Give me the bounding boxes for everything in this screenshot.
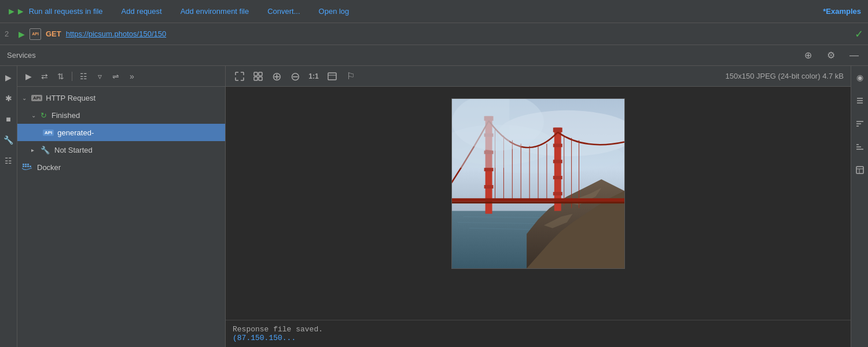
zoom-out-button[interactable]: ⊖ [288,69,302,83]
tree-item-not-started[interactable]: ▸ 🔧 Not Started [17,141,225,158]
list-icon[interactable] [853,94,867,108]
svg-rect-48 [452,202,624,204]
group-button[interactable]: ☷ [77,70,90,83]
refresh-icon: ↻ [41,111,47,120]
double-arrow-icon: ►► [7,6,25,17]
svg-rect-5 [27,166,29,168]
sort-desc-icon[interactable] [853,117,867,131]
play-tree-button[interactable]: ▶ [22,70,35,83]
saved-status: Response file saved. [233,325,323,334]
add-request-label: Add request [122,7,162,16]
svg-rect-32 [553,128,562,132]
tree-item-docker[interactable]: Docker [17,158,225,176]
minimize-button[interactable]: — [847,49,861,62]
request-url[interactable]: https://picsum.photos/150/150 [66,29,166,38]
grid-view-button[interactable] [251,69,265,83]
settings-button[interactable]: ⚙ [824,49,838,62]
services-bar: Services ⊕ ⚙ — [0,45,868,66]
stop-icon[interactable]: ■ [2,112,16,126]
svg-rect-3 [23,166,24,168]
svg-rect-9 [254,77,258,80]
tree-item-generated[interactable]: API generated- [17,124,225,141]
right-panel: ⊕ ⊖ 1:1 ⚐ 150x150 JPEG (24-bit color) 4.… [226,66,851,347]
toolbar-divider [72,72,72,81]
wrench-icon-not-started: 🔧 [41,146,50,154]
image-display-area [226,87,851,320]
image-toolbar: ⊕ ⊖ 1:1 ⚐ 150x150 JPEG (24-bit color) 4.… [226,66,851,87]
url-status: (87.150.150... [233,334,296,342]
docker-label: Docker [37,163,61,172]
services-title: Services [7,51,801,60]
sort-asc-icon[interactable] [853,140,867,154]
svg-rect-1 [25,164,27,165]
convert-button[interactable]: Convert... [267,7,300,16]
add-env-button[interactable]: Add environment file [181,7,249,16]
table-icon[interactable] [853,163,867,177]
svg-rect-47 [452,198,624,202]
svg-rect-11 [328,73,336,80]
tree-item-finished[interactable]: ⌄ ↻ Finished [17,106,225,124]
examples-label: *Examples [823,7,861,16]
tree-items-container: ⌄ API HTTP Request ⌄ ↻ Finished API gene… [17,87,225,347]
finished-label: Finished [52,111,80,120]
svg-rect-35 [553,176,562,179]
play-icon[interactable]: ▶ [2,71,16,84]
chevron-icon-not-started: ▸ [31,147,38,153]
run-all-button[interactable]: ►► Run all requests in file [7,6,103,17]
image-info: 150x150 JPEG (24-bit color) 4.7 kB [726,72,844,80]
collapse-all-button[interactable]: ⇄ [38,70,51,83]
api-badge-generated: API [43,130,54,136]
right-sidebar-icons: ◉ [851,66,868,347]
asterisk-icon[interactable]: ✱ [2,91,16,105]
fit-screen-button[interactable] [233,69,247,83]
convert-label: Convert... [267,7,300,16]
chevron-icon-finished: ⌄ [31,112,38,119]
checkmark-icon: ✓ [855,28,863,40]
svg-rect-10 [259,77,262,80]
eyedropper-button[interactable]: ⚐ [344,69,358,83]
eye-icon[interactable]: ◉ [853,71,867,84]
top-toolbar: ►► Run all requests in file Add request … [0,0,868,23]
sort-button[interactable]: ⇌ [109,70,122,83]
fit-window-button[interactable] [325,69,339,83]
svg-rect-0 [23,164,24,165]
tree-item-http-request[interactable]: ⌄ API HTTP Request [17,89,225,106]
http-method-label: GET [46,29,61,38]
svg-rect-29 [484,168,494,171]
api-badge-http: API [31,95,42,101]
filter-button[interactable]: ▿ [93,70,106,83]
add-service-button[interactable]: ⊕ [801,49,815,62]
request-bar: 2 ▶ API GET https://picsum.photos/150/15… [0,23,868,45]
svg-rect-34 [553,160,562,163]
svg-rect-2 [27,164,29,165]
run-all-label: Run all requests in file [29,7,103,16]
chevron-icon: ⌄ [22,95,29,101]
expand-all-button[interactable]: ⇅ [54,70,67,83]
svg-rect-4 [25,166,27,168]
open-log-button[interactable]: Open log [319,7,350,16]
zoom-in-button[interactable]: ⊕ [270,69,284,83]
add-env-label: Add environment file [181,7,249,16]
grid-icon[interactable]: ☷ [2,154,16,168]
main-content: ▶ ✱ ■ 🔧 ☷ ▶ ⇄ ⇅ ☷ ▿ ⇌ » ⌄ API HTTP Reque… [0,66,868,347]
more-button[interactable]: » [126,70,138,83]
left-sidebar-icons: ▶ ✱ ■ 🔧 ☷ [0,66,17,347]
svg-rect-30 [484,185,494,189]
wrench-icon-left[interactable]: 🔧 [2,133,16,147]
tree-toolbar: ▶ ⇄ ⇅ ☷ ▿ ⇌ » [17,66,225,87]
bottom-status: Response file saved. (87.150.150... [226,320,851,347]
actual-size-button[interactable]: 1:1 [307,69,321,83]
response-image [451,98,625,269]
services-icon-group: ⊕ ⚙ — [801,49,861,62]
add-request-button[interactable]: Add request [122,7,162,16]
examples-button[interactable]: *Examples [823,7,861,16]
open-log-label: Open log [319,7,350,16]
generated-label: generated- [57,128,94,137]
svg-rect-60 [856,167,863,174]
run-request-button[interactable]: ▶ [19,29,25,39]
not-started-label: Not Started [54,146,93,154]
svg-rect-36 [553,192,562,195]
docker-icon [22,163,32,171]
request-number: 2 [5,29,14,38]
svg-rect-7 [254,72,258,76]
